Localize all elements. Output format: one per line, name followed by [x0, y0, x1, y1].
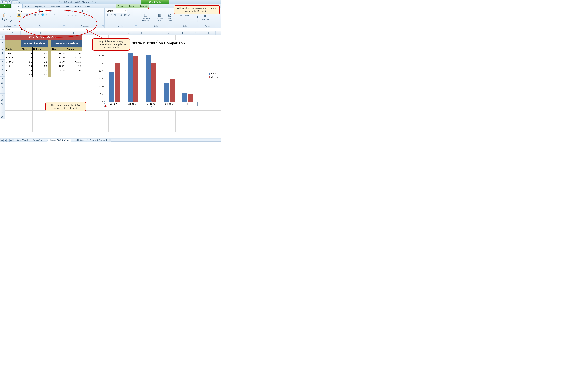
- column-header[interactable]: M: [162, 31, 175, 35]
- redo-icon[interactable]: ↷: [12, 0, 15, 4]
- cell-college-pct[interactable]: 30.0%: [66, 55, 82, 60]
- chart-handle-top[interactable]: ∙∙∙∙: [157, 40, 160, 41]
- axis-handle[interactable]: [104, 106, 105, 107]
- chart-bar[interactable]: [109, 72, 114, 102]
- cell-college-pct[interactable]: 25.0%: [66, 60, 82, 64]
- tab-formulas[interactable]: Formulas: [49, 4, 62, 8]
- sheet-nav-next-icon[interactable]: ▶: [7, 139, 10, 142]
- cell-grade[interactable]: F: [5, 68, 21, 72]
- row-header[interactable]: 16: [0, 102, 5, 106]
- column-header[interactable]: I: [108, 31, 122, 35]
- chart-plot-area[interactable]: 0.0%5.0%10.0%15.0%20.0%25.0%30.0%35.0%: [105, 48, 197, 102]
- chart-bar[interactable]: [133, 56, 138, 102]
- column-header[interactable]: F: [66, 31, 82, 35]
- cell-class-count[interactable]: 16: [21, 51, 32, 55]
- cell-styles-button[interactable]: ▧ Cell Styles: [166, 12, 174, 22]
- print-icon[interactable]: 🖨: [15, 0, 18, 4]
- cell-class-pct[interactable]: 19.5%: [51, 51, 66, 55]
- cut-icon[interactable]: ✂: [9, 11, 13, 15]
- cell-class-count[interactable]: 5: [21, 68, 32, 72]
- cell-college-pct[interactable]: 25.0%: [66, 51, 82, 55]
- cell-college-pct[interactable]: 5.0%: [66, 68, 82, 72]
- axis-handle[interactable]: [197, 106, 198, 107]
- cell-class-pct[interactable]: 31.7%: [51, 55, 66, 60]
- size-dropdown-icon[interactable]: ▼: [47, 9, 49, 13]
- cell-college-pct[interactable]: 15.0%: [66, 64, 82, 68]
- axis-handle[interactable]: [197, 101, 198, 102]
- axis-handle[interactable]: [104, 104, 105, 105]
- sheet-tab[interactable]: Class Grades: [29, 139, 48, 142]
- bold-button[interactable]: B: [17, 13, 21, 17]
- align-right-icon[interactable]: ≡: [74, 13, 78, 17]
- chart-bar[interactable]: [183, 93, 187, 102]
- row-header[interactable]: 6: [0, 60, 5, 64]
- column-header[interactable]: B: [21, 31, 32, 35]
- tab-layout[interactable]: Layout: [127, 4, 138, 8]
- undo-icon[interactable]: ↶: [8, 0, 11, 4]
- legend-item-class[interactable]: Class: [209, 72, 218, 75]
- sheet-tab[interactable]: Health Care: [71, 139, 88, 142]
- cell-college-count[interactable]: 600: [32, 55, 48, 60]
- format-as-table-button[interactable]: ▦ Format as Table: [154, 12, 165, 22]
- tab-insert[interactable]: Insert: [23, 4, 32, 8]
- tab-review[interactable]: Review: [72, 4, 83, 8]
- row-header[interactable]: 12: [0, 85, 5, 89]
- row-header[interactable]: 2: [0, 40, 5, 47]
- sheet-tab[interactable]: Supply & Demand: [86, 139, 109, 142]
- increase-indent-icon[interactable]: ⇥: [82, 13, 86, 17]
- chart-bar[interactable]: [164, 83, 169, 102]
- row-header[interactable]: 3: [0, 47, 5, 51]
- font-color-dropdown-icon[interactable]: ▼: [53, 13, 56, 17]
- grow-font-icon[interactable]: A▲: [49, 9, 53, 13]
- axis-handle[interactable]: [197, 104, 198, 105]
- cell-class-pct[interactable]: 6.1%: [51, 68, 66, 72]
- chart-bar[interactable]: [188, 94, 193, 102]
- column-header[interactable]: L: [149, 31, 162, 35]
- row-header[interactable]: 11: [0, 81, 5, 85]
- borders-icon[interactable]: ▦: [33, 13, 37, 17]
- cell-college-count[interactable]: 100: [32, 68, 48, 72]
- column-header[interactable]: D: [48, 31, 51, 35]
- tab-view[interactable]: View: [83, 4, 92, 8]
- sheet-tab[interactable]: Stock Trend: [14, 139, 30, 142]
- save-icon[interactable]: 💾: [4, 0, 8, 4]
- row-header[interactable]: 7: [0, 64, 5, 68]
- font-dropdown-icon[interactable]: ▼: [37, 9, 40, 13]
- orientation-icon[interactable]: ⟲: [80, 9, 84, 13]
- font-launcher-icon[interactable]: ⤡: [63, 26, 65, 27]
- sheet-nav-last-icon[interactable]: ⏭: [10, 139, 13, 142]
- column-header[interactable]: G: [82, 31, 95, 35]
- chart-legend[interactable]: Class College: [209, 72, 218, 79]
- column-header[interactable]: E: [51, 31, 66, 35]
- row-header[interactable]: 13: [0, 89, 5, 94]
- row-header[interactable]: 17: [0, 106, 5, 110]
- row-header[interactable]: 1: [0, 35, 5, 40]
- row-header[interactable]: 14: [0, 94, 5, 98]
- cell-class-pct[interactable]: 12.2%: [51, 64, 66, 68]
- format-painter-icon[interactable]: 🖌: [9, 19, 13, 23]
- column-header[interactable]: H: [95, 31, 108, 35]
- conditional-formatting-button[interactable]: ▤ Conditional Formatting: [138, 12, 153, 22]
- currency-dropdown-icon[interactable]: ▼: [109, 13, 113, 17]
- cell-grade[interactable]: B+ to B-: [5, 55, 21, 60]
- row-header[interactable]: 10: [0, 77, 5, 81]
- align-top-icon[interactable]: ≡: [66, 9, 70, 13]
- cell-class-count[interactable]: 10: [21, 64, 32, 68]
- chart-bar[interactable]: [170, 79, 175, 102]
- align-left-icon[interactable]: ≡: [66, 13, 70, 17]
- fx-icon[interactable]: fx: [23, 28, 26, 31]
- column-header[interactable]: O: [189, 31, 202, 35]
- percent-icon[interactable]: %: [113, 13, 117, 17]
- column-header[interactable]: A: [5, 31, 21, 35]
- row-header[interactable]: 4: [0, 51, 5, 55]
- chart-bar[interactable]: [115, 63, 120, 102]
- row-header[interactable]: 15: [0, 98, 5, 102]
- fill-icon[interactable]: ⬇: [195, 15, 199, 19]
- alignment-launcher-icon[interactable]: ⤡: [102, 26, 104, 27]
- font-name-combo[interactable]: [17, 9, 37, 13]
- chart-bar[interactable]: [151, 63, 156, 102]
- cell-college-count[interactable]: 500: [32, 51, 48, 55]
- sheet-tab[interactable]: Grade Distribution: [47, 139, 72, 142]
- horizontal-scrollbar[interactable]: [111, 139, 221, 142]
- column-header[interactable]: C: [32, 31, 48, 35]
